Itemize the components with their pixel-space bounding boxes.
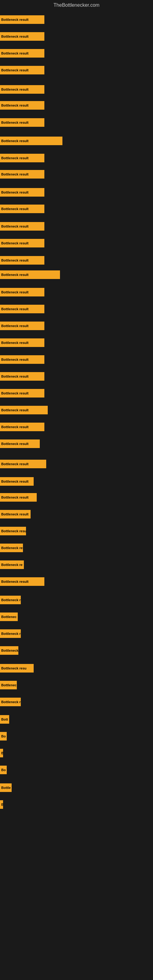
bottleneck-bar: Bottlenec xyxy=(0,612,18,621)
bottleneck-bar: Bottleneck r xyxy=(0,698,21,706)
bottleneck-bar: Bott xyxy=(0,715,9,724)
bottleneck-bar: Bottleneck result xyxy=(0,85,45,94)
bottleneck-bar: Bo xyxy=(0,766,7,774)
bottleneck-bar: Bottleneck result xyxy=(0,321,45,330)
bottleneck-bar: Bottleneck r xyxy=(0,629,21,638)
bottleneck-bar: Bottleneck result xyxy=(0,205,45,213)
bottleneck-bar: Bottleneck result xyxy=(0,510,30,519)
bottleneck-bar: Bottleneck result xyxy=(0,118,45,127)
bottleneck-bar: Bottleneck result xyxy=(0,460,46,468)
bottleneck-bar: Bottleneck result xyxy=(0,544,23,552)
bottleneck-bar: Bottleneck result xyxy=(0,188,45,197)
bottleneck-bar: Bottleneck result xyxy=(0,239,45,247)
chart-area: Bottleneck resultBottleneck resultBottle… xyxy=(0,9,153,974)
bottleneck-bar: Bottleneck b xyxy=(0,646,18,655)
bottleneck-bar: Bottleneck result xyxy=(0,32,45,41)
bottleneck-bar: Bottleneck result xyxy=(0,101,45,110)
bottleneck-bar: Bottleneck result xyxy=(0,49,45,57)
bottleneck-bar: Bottleneck result xyxy=(0,170,45,178)
bottleneck-bar: Bottleneck result xyxy=(0,256,45,265)
bottleneck-bar: Bo xyxy=(0,732,7,740)
bottleneck-bar: Bottle xyxy=(0,783,12,792)
bottleneck-bar: Bottleneck result xyxy=(0,66,45,75)
bottleneck-bar: Bottleneck re xyxy=(0,560,24,569)
bottleneck-bar: Bottleneck result xyxy=(0,389,45,398)
bottleneck-bar: Bottleneck result xyxy=(0,527,26,535)
bottleneck-bar: Bottleneck result xyxy=(0,137,62,145)
bottleneck-bar: Bottleneck result xyxy=(0,305,45,313)
bottleneck-bar: Bottleneck resu xyxy=(0,664,33,673)
bottleneck-bar: Bottleneck result xyxy=(0,355,45,364)
bottleneck-bar: Bottleneck result xyxy=(0,154,45,162)
bottleneck-bar: Bottlenec xyxy=(0,681,17,689)
bottleneck-bar: B xyxy=(0,749,3,757)
bottleneck-bar: Bottleneck result xyxy=(0,339,45,347)
bottleneck-bar: B xyxy=(0,800,3,809)
site-header: TheBottlenecker.com xyxy=(0,0,153,9)
bottleneck-bar: Bottleneck r xyxy=(0,596,21,604)
bottleneck-bar: Bottleneck result xyxy=(0,477,33,486)
bottleneck-bar: Bottleneck result xyxy=(0,439,40,448)
bottleneck-bar: Bottleneck result xyxy=(0,372,45,381)
bottleneck-bar: Bottleneck result xyxy=(0,493,37,502)
bottleneck-bar: Bottleneck result xyxy=(0,270,60,279)
site-title: TheBottlenecker.com xyxy=(0,0,153,9)
bottleneck-bar: Bottleneck result xyxy=(0,15,45,24)
bottleneck-bar: Bottleneck result xyxy=(0,222,45,231)
bottleneck-bar: Bottleneck result xyxy=(0,423,45,431)
bottleneck-bar: Bottleneck result xyxy=(0,406,48,414)
bottleneck-bar: Bottleneck result xyxy=(0,577,45,586)
bottleneck-bar: Bottleneck result xyxy=(0,288,45,296)
